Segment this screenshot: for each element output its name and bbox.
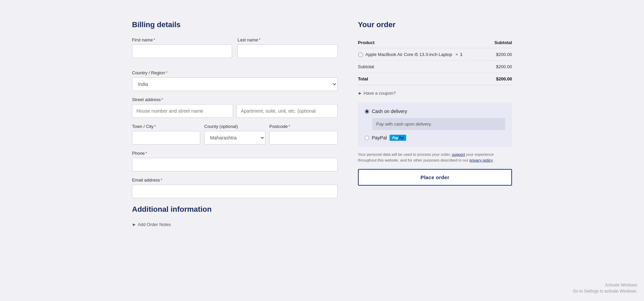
order-product-row: ◯ Apple MacBook Air Core i5 13.3-inch La… <box>358 48 512 61</box>
total-label: Total <box>358 73 490 85</box>
last-name-field: Last name* <box>238 37 338 58</box>
postcode-field: Postcode* <box>269 124 338 145</box>
town-city-input[interactable] <box>132 131 200 145</box>
total-value: $200.00 <box>490 73 512 85</box>
last-name-label: Last name* <box>238 37 338 42</box>
country-field: Country / Region* India United States Un… <box>132 70 338 91</box>
total-row: Total $200.00 <box>358 73 512 85</box>
subtotal-row: Subtotal $200.00 <box>358 61 512 73</box>
product-remove-icon: ◯ <box>358 52 363 57</box>
privacy-notice: Your personal data will be used to proce… <box>358 152 512 164</box>
coupon-link[interactable]: ► Have a coupon? <box>358 91 512 96</box>
country-label: Country / Region* <box>132 70 338 75</box>
paypal-radio[interactable] <box>365 136 369 140</box>
first-name-label: First name* <box>132 37 232 42</box>
billing-section: Billing details First name* Last name* <box>132 20 338 227</box>
windows-notice-line2: Go to Settings to activate Windows. <box>573 288 637 294</box>
coupon-triangle-icon: ► <box>358 91 362 96</box>
email-field: Email address* <box>132 177 338 198</box>
first-name-input[interactable] <box>132 44 232 58</box>
county-select[interactable]: Maharashtra Delhi Karnataka Tamil Nadu G… <box>204 131 265 145</box>
town-city-label: Town / City* <box>132 124 200 129</box>
product-price: $200.00 <box>490 48 512 61</box>
cod-radio[interactable] <box>365 109 369 114</box>
first-name-field: First name* <box>132 37 232 58</box>
windows-notice-line1: Activate Windows <box>573 282 637 288</box>
postcode-label: Postcode* <box>269 124 338 129</box>
order-section: Your order Product Subtotal ◯ Apple MacB… <box>358 20 512 186</box>
country-select[interactable]: India United States United Kingdom Austr… <box>132 77 338 91</box>
subtotal-label: Subtotal <box>358 61 490 73</box>
phone-label: Phone* <box>132 151 338 156</box>
privacy-policy-link[interactable]: privacy policy <box>469 158 493 162</box>
cod-label[interactable]: Cash on delivery <box>372 109 407 114</box>
postcode-input[interactable] <box>269 131 338 145</box>
support-link[interactable]: support <box>452 152 465 156</box>
windows-notice: Activate Windows Go to Settings to activ… <box>573 282 637 294</box>
phone-input[interactable] <box>132 158 338 171</box>
product-qty: 1 <box>460 52 462 57</box>
paypal-label[interactable]: PayPal <box>372 135 387 140</box>
additional-info-title: Additional information <box>132 205 338 214</box>
street-address-input2[interactable] <box>236 104 338 118</box>
triangle-icon: ► <box>132 222 136 227</box>
place-order-button[interactable]: Place order <box>358 169 512 186</box>
payment-box: Cash on delivery Pay with cash upon deli… <box>358 102 512 147</box>
county-field: County (optional) Maharashtra Delhi Karn… <box>204 124 265 145</box>
billing-title: Billing details <box>132 20 338 29</box>
town-city-field: Town / City* <box>132 124 200 145</box>
order-table: Product Subtotal ◯ Apple MacBook Air Cor… <box>358 37 512 85</box>
street-address-label: Street address* <box>132 97 338 102</box>
paypal-logo: PayPal <box>390 135 406 141</box>
col-product-header: Product <box>358 37 490 48</box>
phone-field: Phone* <box>132 151 338 171</box>
cod-option[interactable]: Cash on delivery <box>365 109 505 114</box>
subtotal-value: $200.00 <box>490 61 512 73</box>
street-address-wrapper: Street address* <box>132 97 338 118</box>
product-name: Apple MacBook Air Core i5 13.3-inch Lapt… <box>365 52 452 57</box>
cod-description: Pay with cash upon delivery. <box>372 118 505 130</box>
paypal-option[interactable]: PayPal PayPal <box>365 135 505 141</box>
order-title: Your order <box>358 20 512 29</box>
email-label: Email address* <box>132 177 338 183</box>
product-cell: ◯ Apple MacBook Air Core i5 13.3-inch La… <box>358 52 490 57</box>
county-label: County (optional) <box>204 124 265 129</box>
col-subtotal-header: Subtotal <box>490 37 512 48</box>
email-input[interactable] <box>132 185 338 198</box>
add-order-notes-link[interactable]: ► Add Order Notes <box>132 222 338 227</box>
street-address-input1[interactable] <box>132 104 233 118</box>
last-name-input[interactable] <box>238 44 338 58</box>
